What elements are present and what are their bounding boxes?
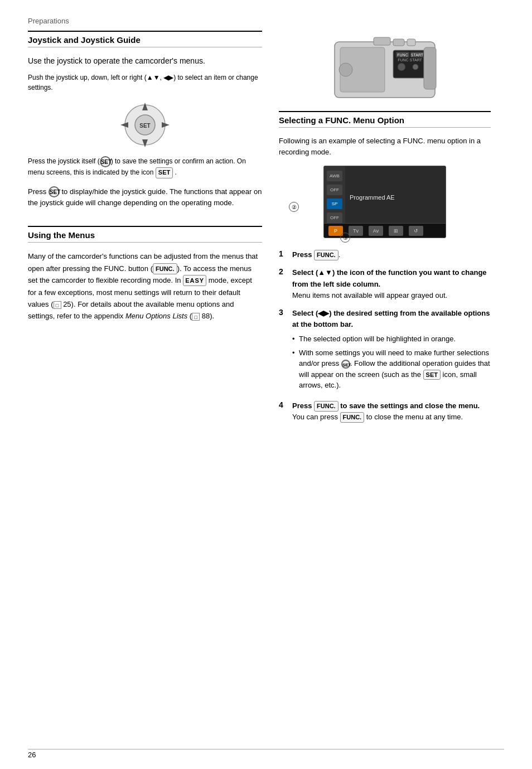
func-icon-off1: OFF bbox=[327, 185, 342, 195]
joystick-section: Joystick and Joystick Guide Use the joys… bbox=[28, 31, 262, 209]
func-bottom-tv: Tv bbox=[349, 226, 363, 236]
func-menu-title: Selecting a FUNC. Menu Option bbox=[279, 111, 491, 128]
svg-rect-11 bbox=[424, 47, 436, 89]
book-ref-1: □ bbox=[54, 301, 61, 309]
func-screen-left-col: AWB OFF SP OFF bbox=[324, 166, 345, 223]
func-bottom-grid: ⊞ bbox=[389, 226, 403, 236]
camera-image-area: FUNC START FUNC START bbox=[279, 31, 491, 103]
page-number: 26 bbox=[28, 751, 36, 759]
header-label: Preparations bbox=[28, 17, 69, 25]
step-1-content: Press FUNC.. bbox=[292, 249, 340, 260]
step-3-content: Select (◀▶) the desired setting from the… bbox=[292, 308, 491, 394]
svg-marker-6 bbox=[162, 122, 170, 128]
page-header: Preparations bbox=[28, 17, 504, 25]
joystick-guide-text: Press SET to display/hide the joystick g… bbox=[28, 186, 262, 210]
func-badge-step4b: FUNC. bbox=[340, 412, 365, 423]
svg-point-19 bbox=[398, 63, 405, 71]
func-screen-program-ae: Programmed AE bbox=[350, 194, 395, 201]
step-1: 1 Press FUNC.. bbox=[279, 249, 491, 260]
set-icon-guide: SET bbox=[49, 186, 60, 197]
step-3-bullets: The selected option will be highlighted … bbox=[292, 333, 491, 391]
page-rule bbox=[28, 749, 504, 749]
left-column: Joystick and Joystick Guide Use the joys… bbox=[28, 31, 262, 439]
func-icon-sp: SP bbox=[327, 199, 342, 209]
circle-annotation-2: ② bbox=[289, 202, 299, 212]
svg-marker-5 bbox=[120, 122, 128, 128]
func-badge-step4: FUNC. bbox=[314, 401, 338, 412]
joystick-push-text: Push the joystick up, down, left or righ… bbox=[28, 72, 262, 93]
circle-annotation-3: ③ bbox=[340, 233, 350, 243]
svg-text:START: START bbox=[411, 53, 424, 57]
step-2: 2 Select (▲▼) the icon of the function y… bbox=[279, 267, 491, 301]
func-bottom-av: Av bbox=[369, 226, 383, 236]
step-3-num: 3 bbox=[279, 308, 288, 394]
func-badge-step1: FUNC. bbox=[314, 250, 338, 260]
svg-text:FUNC: FUNC bbox=[397, 53, 408, 57]
set-icon-step3: SET bbox=[341, 360, 350, 369]
step-3: 3 Select (◀▶) the desired setting from t… bbox=[279, 308, 491, 394]
joystick-svg: SET bbox=[112, 98, 178, 148]
right-column: FUNC START FUNC START bbox=[279, 31, 491, 439]
step-4-content: Press FUNC. to save the settings and clo… bbox=[292, 400, 480, 423]
svg-point-20 bbox=[413, 64, 418, 70]
func-bottom-arrow: ↺ bbox=[409, 226, 423, 236]
func-icon-awb: AWB bbox=[327, 171, 342, 181]
svg-text:FUNC START: FUNC START bbox=[398, 58, 422, 62]
func-menu-intro: Following is an example of selecting a F… bbox=[279, 136, 491, 158]
camera-svg: FUNC START FUNC START bbox=[329, 31, 441, 103]
step-2-content: Select (▲▼) the icon of the function you… bbox=[292, 267, 491, 301]
set-badge-icon: SET bbox=[156, 167, 173, 178]
set-badge-step3: SET bbox=[423, 370, 441, 380]
func-icon-off2: OFF bbox=[327, 212, 342, 223]
step-3-bullet-1: The selected option will be highlighted … bbox=[292, 333, 491, 345]
step-4-num: 4 bbox=[279, 400, 288, 423]
svg-rect-14 bbox=[374, 37, 390, 45]
step-3-bullet-2: With some settings you will need to make… bbox=[292, 347, 491, 391]
using-menus-section: Using the Menus Many of the camcorder's … bbox=[28, 226, 262, 322]
svg-point-21 bbox=[339, 63, 352, 76]
joystick-section-title: Joystick and Joystick Guide bbox=[28, 31, 262, 47]
svg-text:SET: SET bbox=[139, 123, 150, 129]
joystick-diagram: SET bbox=[28, 98, 262, 148]
func-menu-screen: P ● II I.AF 060📷 35h43m AWB OFF SP OFF bbox=[323, 166, 446, 238]
step-1-num: 1 bbox=[279, 249, 288, 260]
steps-list: 1 Press FUNC.. 2 Select (▲▼) the icon of… bbox=[279, 249, 491, 423]
func-menu-screen-container: P ● II I.AF 060📷 35h43m AWB OFF SP OFF bbox=[279, 166, 491, 238]
svg-rect-12 bbox=[393, 39, 404, 46]
func-screen-main-area: Programmed AE bbox=[345, 166, 446, 223]
easy-badge: EASY bbox=[183, 275, 206, 286]
func-badge-1: FUNC. bbox=[153, 263, 177, 274]
using-menus-title: Using the Menus bbox=[28, 226, 262, 243]
step-2-num: 2 bbox=[279, 267, 288, 301]
menu-options-lists-italic: Menu Options Lists bbox=[125, 312, 187, 320]
func-menu-section: Selecting a FUNC. Menu Option Following … bbox=[279, 111, 491, 423]
joystick-intro: Use the joystick to operate the camcorde… bbox=[28, 55, 262, 67]
page: Preparations Joystick and Joystick Guide… bbox=[0, 0, 532, 769]
joystick-caption: Press the joystick itself (SET) to save … bbox=[28, 156, 262, 178]
step-4: 4 Press FUNC. to save the settings and c… bbox=[279, 400, 491, 423]
using-menus-body: Many of the camcorder's functions can be… bbox=[28, 250, 262, 322]
book-ref-2: □ bbox=[192, 313, 200, 321]
set-badge-caption: SET bbox=[100, 156, 111, 167]
svg-rect-13 bbox=[407, 39, 415, 46]
